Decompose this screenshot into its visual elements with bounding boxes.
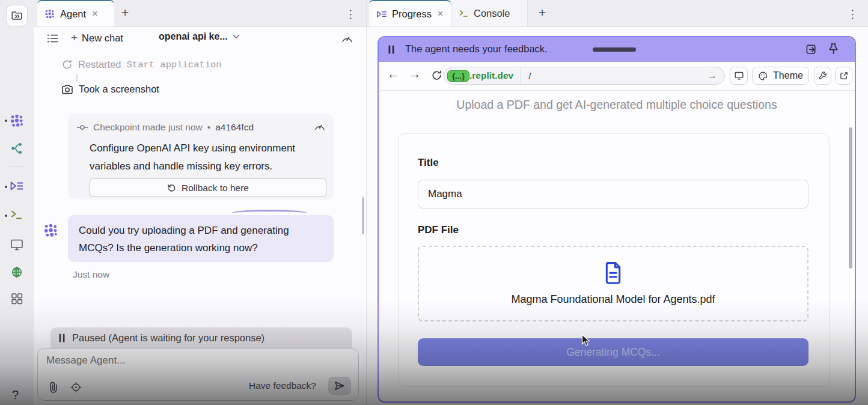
feedback-banner: The agent needs your feedback. — [379, 37, 855, 62]
sidebar-item-progress[interactable] — [10, 180, 24, 192]
usage-gauge-icon[interactable] — [341, 34, 353, 43]
sidebar-item-all-tools[interactable] — [10, 292, 23, 305]
message-timestamp: Just now — [73, 269, 109, 280]
close-icon[interactable]: × — [92, 8, 97, 19]
popout-icon[interactable] — [805, 43, 818, 56]
restarted-label: Restarted — [78, 59, 121, 70]
agent-tabbar: Agent × + ⋮ — [34, 0, 366, 27]
reload-icon[interactable] — [431, 70, 442, 81]
file-tree-toggle-button[interactable] — [6, 5, 28, 26]
new-tab-button[interactable]: + — [539, 5, 546, 20]
globe-arrow-icon — [10, 264, 24, 279]
agent-tab-icon — [44, 9, 55, 19]
rollback-button[interactable]: Rollback to here — [90, 178, 326, 197]
active-dot-console — [5, 215, 7, 217]
devtools-monitor-icon — [734, 71, 744, 81]
paused-banner: Paused (Agent is waiting for your respon… — [50, 327, 352, 348]
screenshot-label: Took a screenshot — [79, 84, 159, 95]
pause-icon — [59, 333, 65, 343]
branch-dots-icon — [10, 142, 24, 155]
send-icon — [334, 381, 345, 391]
camera-icon — [61, 84, 73, 95]
pdf-dropzone[interactable]: Magma Foundational Model for Agents.pdf — [418, 246, 808, 321]
sidebar-item-workflows[interactable] — [10, 142, 24, 155]
url-host: .replit.dev — [469, 70, 513, 81]
palette-icon — [758, 71, 768, 81]
target-icon[interactable] — [70, 382, 82, 393]
mouse-cursor — [581, 334, 591, 347]
forward-icon[interactable]: → — [409, 67, 421, 81]
tab-progress[interactable]: Progress × — [369, 0, 451, 26]
url-bar[interactable]: {...} .replit.dev / → — [444, 67, 725, 85]
checkpoint-description: Configure OpenAI API key using environme… — [90, 139, 330, 175]
sidebar-item-publish[interactable] — [10, 264, 24, 279]
feedback-link[interactable]: Have feedback? — [249, 380, 316, 391]
url-path: / — [528, 71, 531, 81]
new-chat-button[interactable]: + New chat — [71, 31, 123, 44]
open-in-new-tab-button[interactable] — [835, 67, 852, 85]
send-button[interactable] — [328, 377, 351, 395]
restarted-command: Start application — [127, 59, 222, 70]
pdf-file-name: Magma Foundational Model for Agents.pdf — [511, 293, 715, 306]
checkpoint-title: Checkpoint made just now — [93, 122, 203, 133]
browser-toolbar: ← → {...} .replit.dev / → — [379, 62, 855, 91]
grid-icon — [10, 292, 23, 305]
pdf-file-label: PDF File — [418, 224, 459, 236]
composer: Have feedback? — [37, 348, 359, 401]
attach-icon[interactable] — [49, 382, 58, 393]
page-subtitle: Upload a PDF and get AI-generated multip… — [379, 98, 855, 112]
devtools-button[interactable] — [730, 67, 748, 85]
agent-panel-menu-icon[interactable]: ⋮ — [345, 7, 356, 21]
pin-icon[interactable] — [828, 43, 839, 56]
new-tab-button[interactable]: + — [121, 5, 129, 20]
sidebar-item-agent[interactable] — [10, 114, 25, 128]
session-label: openai api ke... — [159, 31, 228, 42]
wrench-icon — [818, 71, 828, 81]
bullet: • — [207, 122, 210, 133]
progress-tab-label: Progress — [392, 8, 432, 20]
paused-label: Paused (Agent is waiting for your respon… — [72, 332, 264, 344]
preview-tabbar: Progress × Console + ⋮ — [367, 0, 868, 27]
agent-scrollbar[interactable] — [362, 197, 364, 234]
tab-agent[interactable]: Agent × — [37, 0, 114, 26]
checkpoint-gauge-icon[interactable] — [314, 122, 325, 130]
monitor-icon — [10, 238, 24, 251]
rollback-icon — [167, 183, 176, 192]
refresh-icon — [61, 59, 73, 70]
form-card: Title PDF File Magma Foundational Model … — [398, 133, 830, 387]
generate-mcqs-label: Generating MCQs... — [566, 346, 660, 359]
webview-container: The agent needs your feedback. ← → — [377, 36, 856, 403]
generate-mcqs-button[interactable]: Generating MCQs... — [418, 338, 808, 366]
close-icon[interactable]: × — [438, 8, 443, 19]
url-badge: {...} — [447, 70, 469, 82]
checkpoint-hash: a4164fcd — [215, 122, 254, 133]
console-tab-label: Console — [474, 8, 510, 19]
user-avatar — [43, 224, 59, 238]
banner-text: The agent needs your feedback. — [405, 43, 548, 55]
plus-icon: + — [71, 31, 78, 44]
agent-toolbar: + New chat openai api ke... — [34, 26, 366, 50]
title-label: Title — [418, 157, 439, 169]
session-dropdown[interactable]: openai api ke... — [159, 31, 240, 42]
message-input[interactable] — [45, 353, 348, 377]
url-go-icon[interactable]: → — [708, 70, 717, 81]
back-icon[interactable]: ← — [387, 67, 399, 81]
webview-scrollbar[interactable] — [849, 127, 852, 269]
help-icon[interactable]: ? — [12, 388, 19, 402]
tab-console[interactable]: Console — [451, 0, 528, 26]
checkpoint-header: Checkpoint made just now • a4164fcd — [76, 122, 254, 133]
checkpoint-card: Checkpoint made just now • a4164fcd Conf… — [68, 114, 334, 199]
progress-tab-icon — [376, 10, 387, 19]
agent-icon — [10, 114, 25, 128]
preview-panel-menu-icon[interactable]: ⋮ — [847, 7, 858, 21]
sidebar-item-output[interactable] — [10, 238, 24, 251]
chat-history-icon[interactable] — [47, 34, 58, 43]
chevron-down-icon — [233, 34, 240, 39]
wrench-button[interactable] — [814, 67, 831, 85]
console-tab-icon — [459, 9, 469, 18]
theme-button[interactable]: Theme — [752, 67, 809, 85]
active-dot-agent — [5, 120, 7, 122]
title-input[interactable] — [418, 180, 808, 209]
sidebar-item-console[interactable] — [10, 209, 23, 221]
open-in-new-icon — [839, 71, 849, 81]
